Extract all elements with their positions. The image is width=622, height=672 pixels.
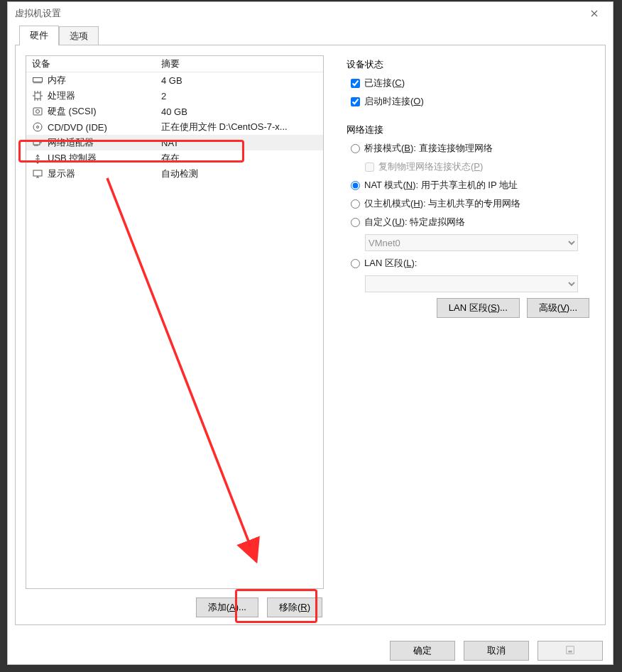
header-device: 设备 [26,57,158,70]
svg-rect-2 [33,108,42,115]
window-title: 虚拟机设置 [15,7,61,20]
device-row-cpu[interactable]: 处理器 2 [26,88,323,104]
device-row-disk[interactable]: 硬盘 (SCSI) 40 GB [26,104,323,119]
device-summary: 自动检测 [158,167,323,180]
nat-row: NAT 模式(N): 用于共享主机的 IP 地址 [351,179,589,192]
tabstrip: 硬件 选项 [19,25,606,45]
device-summary: 存在 [158,152,323,165]
device-list[interactable]: 设备 摘要 内存 4 GB [26,55,324,589]
custom-radio[interactable] [351,218,360,227]
svg-rect-1 [35,93,40,99]
add-remove-row: 添加(A)... 移除(R) [26,597,324,617]
usb-icon [32,153,43,164]
hostonly-label: 仅主机模式(H): 与主机共享的专用网络 [364,197,520,210]
connected-checkbox-row: 已连接(C) [351,77,589,89]
advanced-button[interactable]: 高级(V)... [527,298,589,318]
connect-at-start-checkbox[interactable] [351,97,360,106]
svg-point-3 [36,110,40,114]
right-buttons-row: LAN 区段(S)... 高级(V)... [347,298,589,318]
hostonly-row: 仅主机模式(H): 与主机共享的专用网络 [351,197,589,210]
device-summary: 40 GB [158,106,323,117]
svg-rect-8 [33,170,42,176]
svg-rect-10 [567,646,574,654]
custom-vmnet-select: VMnet0 [365,234,578,251]
replicate-row: 复制物理网络连接状态(P) [365,160,589,173]
lan-segments-button[interactable]: LAN 区段(S)... [437,298,520,318]
left-panel: 设备 摘要 内存 4 GB [16,45,331,624]
device-row-usb[interactable]: USB 控制器 存在 [26,150,323,166]
svg-point-4 [33,123,42,131]
svg-point-5 [37,126,39,128]
ok-button[interactable]: 确定 [390,641,455,661]
device-label: 处理器 [48,89,75,102]
device-label: USB 控制器 [48,152,97,165]
device-row-display[interactable]: 显示器 自动检测 [26,166,323,182]
right-panel: 设备状态 已连接(C) 启动时连接(O) [331,45,605,624]
replicate-checkbox [365,163,374,172]
custom-label: 自定义(U): 特定虚拟网络 [364,216,465,228]
device-row-cd[interactable]: CD/DVD (IDE) 正在使用文件 D:\CentOS-7-x... [26,119,323,135]
device-state-title: 设备状态 [347,58,589,71]
svg-point-7 [37,162,39,164]
titlebar: 虚拟机设置 [8,2,613,22]
cd-icon [32,121,43,133]
connect-at-start-label: 启动时连接(O) [364,95,424,108]
bridged-row: 桥接模式(B): 直接连接物理网络 [351,142,589,155]
tab-options[interactable]: 选项 [59,26,99,46]
add-button[interactable]: 添加(A)... [196,597,258,617]
svg-rect-0 [33,78,43,82]
display-icon [32,168,43,180]
device-label: 内存 [48,74,66,87]
memory-icon [32,75,43,86]
network-adapter-icon [32,137,43,148]
hostonly-radio[interactable] [351,199,360,209]
device-list-header: 设备 摘要 [26,56,323,72]
cpu-icon [32,90,43,101]
dialog-footer: 确定 取消 [8,634,613,669]
device-summary: NAT [158,138,323,148]
svg-rect-11 [568,650,572,652]
device-label: CD/DVD (IDE) [48,122,107,133]
tab-panel-hardware: 设备 摘要 内存 4 GB [15,45,606,625]
device-row-memory[interactable]: 内存 4 GB [26,72,323,88]
custom-row: 自定义(U): 特定虚拟网络 [351,216,589,228]
help-icon [565,645,575,655]
dialog-body: 硬件 选项 设备 摘要 内存 [8,22,613,634]
device-summary: 4 GB [158,75,323,86]
lan-select-row [365,275,589,292]
lan-segment-label: LAN 区段(L): [364,257,417,270]
vm-settings-dialog: 虚拟机设置 硬件 选项 设备 摘要 [7,1,613,665]
device-summary: 正在使用文件 D:\CentOS-7-x... [158,121,323,133]
nat-label: NAT 模式(N): 用于共享主机的 IP 地址 [364,179,518,192]
remove-button[interactable]: 移除(R) [267,597,322,617]
bridged-radio[interactable] [351,144,360,153]
device-summary: 2 [158,91,323,101]
device-label: 显示器 [48,167,75,180]
svg-rect-6 [33,141,40,145]
lan-segment-radio[interactable] [351,259,360,268]
replicate-label: 复制物理网络连接状态(P) [378,160,483,173]
header-summary: 摘要 [158,57,323,70]
device-label: 硬盘 (SCSI) [48,105,97,118]
lan-row: LAN 区段(L): [351,257,589,270]
network-connection-group: 网络连接 桥接模式(B): 直接连接物理网络 复制物理网络连接状态(P) [347,123,589,318]
connected-label: 已连接(C) [364,77,405,89]
device-row-network[interactable]: 网络适配器 NAT [26,135,323,150]
custom-select-row: VMnet0 [365,234,589,251]
lan-segment-select [365,275,578,292]
help-button[interactable] [538,641,603,661]
network-connection-title: 网络连接 [347,123,589,136]
nat-radio[interactable] [351,181,360,190]
bridged-label: 桥接模式(B): 直接连接物理网络 [364,142,493,155]
device-label: 网络适配器 [48,136,94,149]
cancel-button[interactable]: 取消 [464,641,529,661]
disk-icon [32,106,43,117]
tab-hardware[interactable]: 硬件 [19,26,59,45]
close-button[interactable] [582,5,607,22]
connected-checkbox[interactable] [351,79,360,88]
device-state-group: 设备状态 已连接(C) 启动时连接(O) [347,58,589,108]
connect-at-start-row: 启动时连接(O) [351,95,589,108]
